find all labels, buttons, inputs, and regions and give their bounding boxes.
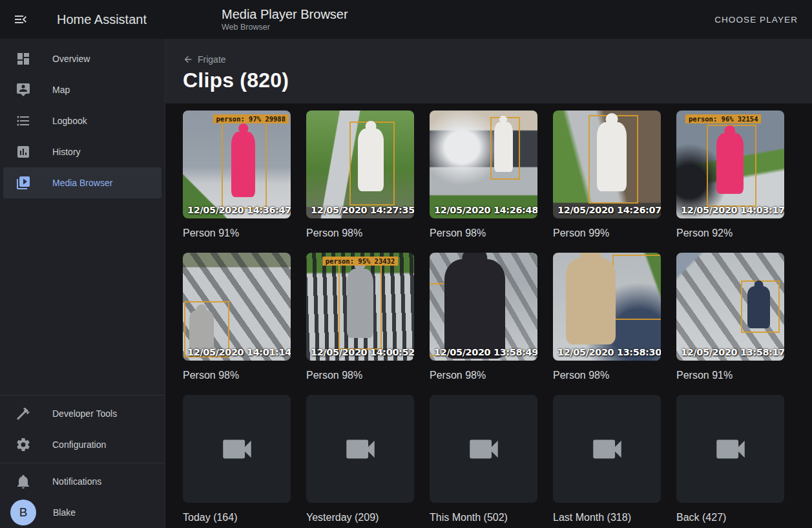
play-box-multiple-icon [16,175,31,191]
folder-item[interactable]: Yesterday (209) [306,395,414,524]
folder-item[interactable]: Last Month (318) [553,395,661,524]
sidebar-item-label: Overview [52,54,90,64]
clip-item[interactable]: 12/05/2020 13:58:49 Person 98% [430,253,537,382]
clip-item[interactable]: person: 96% 32154 12/05/2020 14:03:17 Pe… [676,111,784,240]
folder-thumbnail [306,395,414,503]
sidebar-item-configuration[interactable]: Configuration [3,429,161,460]
top-app-bar: Home Assistant Media Player Browser Web … [0,0,812,39]
clip-thumbnail: 12/05/2020 13:58:49 [430,253,537,361]
clip-label: Person 98% [430,227,537,240]
avatar: B [10,500,36,525]
clip-item[interactable]: 12/05/2020 13:58:30 Person 98% [553,253,661,382]
choose-player-button[interactable]: CHOOSE PLAYER [713,10,799,30]
sidebar-item-overview[interactable]: Overview [3,43,161,74]
sidebar-item-notifications[interactable]: Notifications [3,466,161,497]
clip-label: Person 98% [306,369,414,382]
sidebar: Overview Map Logbook History Media Brows… [0,39,165,528]
clip-label: Person 91% [676,369,784,382]
person-silhouette [347,269,373,338]
panel-subtitle: Web Browser [222,22,348,32]
clip-timestamp-overlay: 12/05/2020 13:58:49 [434,347,537,357]
clip-thumbnail: 12/05/2020 14:01:14 [183,253,291,361]
breadcrumb-label: Frigate [198,54,226,65]
clip-thumbnail: 12/05/2020 14:27:35 [306,111,414,218]
sidebar-item-map[interactable]: Map [3,74,161,105]
detection-label: person: 97% 29988 [213,114,289,123]
detection-label: person: 96% 32154 [685,114,761,123]
breadcrumb-back-button[interactable]: Frigate [183,54,226,65]
panel-header: Media Player Browser Web Browser CHOOSE … [165,6,812,32]
folder-item[interactable]: Back (427) [676,395,784,524]
folder-thumbnail [553,395,661,503]
clip-item[interactable]: 12/05/2020 14:27:35 Person 98% [306,111,414,240]
clip-thumbnail: 12/05/2020 14:26:48 [430,111,537,218]
clip-label: Person 98% [306,227,414,240]
list-bulleted-icon [16,113,31,129]
video-camera-icon [218,430,256,468]
video-camera-icon [465,430,503,468]
sidebar-item-label: Logbook [52,116,87,126]
detection-bbox [612,255,661,319]
view-dashboard-icon [16,51,31,67]
person-silhouette [566,258,616,344]
sidebar-spacer [0,198,165,392]
profile-name: Blake [53,507,76,518]
app-title: Home Assistant [57,12,147,27]
video-camera-icon [712,430,749,468]
clip-label: Person 98% [183,369,291,382]
sidebar-item-logbook[interactable]: Logbook [3,105,161,136]
person-silhouette [747,286,770,328]
menu-open-icon [13,12,28,27]
clip-thumbnail: 12/05/2020 14:26:07 [553,111,661,218]
clip-thumbnail: person: 97% 29988 12/05/2020 14:36:47 [183,111,291,218]
folder-thumbnail [430,395,537,503]
folder-thumbnail [183,395,291,503]
person-silhouette [358,129,384,191]
person-silhouette [494,122,512,172]
panel-title: Media Player Browser [222,6,348,22]
clip-item[interactable]: 12/05/2020 14:26:07 Person 99% [553,111,661,240]
person-silhouette [231,132,255,196]
clip-thumbnail: person: 96% 32154 12/05/2020 14:03:17 [676,111,784,218]
sidebar-item-developer-tools[interactable]: Developer Tools [3,398,161,429]
sidebar-item-media-browser[interactable]: Media Browser [3,167,161,198]
hammer-icon [16,406,31,421]
clip-timestamp-overlay: 12/05/2020 13:58:17 [681,347,784,357]
media-browser-content: person: 97% 29988 12/05/2020 14:36:47 Pe… [165,103,812,528]
folder-item[interactable]: Today (164) [183,395,291,524]
clip-timestamp-overlay: 12/05/2020 14:36:47 [187,205,291,215]
sidebar-item-label: Notifications [52,476,101,487]
folder-item[interactable]: This Month (502) [430,395,537,524]
sidebar-item-profile[interactable]: B Blake [3,497,161,528]
folder-label: Back (427) [676,511,784,524]
clip-timestamp-overlay: 12/05/2020 14:26:48 [434,205,537,215]
sidebar-item-history[interactable]: History [3,136,161,167]
sidebar-item-label: Developer Tools [52,408,117,419]
clip-thumbnail: person: 95% 23432 12/05/2020 14:00:52 [306,253,414,361]
clip-thumbnail: 12/05/2020 13:58:30 [553,253,661,361]
main-panel: Frigate Clips (820) person: 97% 29988 12… [165,39,812,528]
clip-label: Person 98% [553,369,661,382]
folder-label: Today (164) [183,511,291,524]
bell-icon [16,474,31,489]
clip-timestamp-overlay: 12/05/2020 13:58:30 [557,347,661,357]
clip-timestamp-overlay: 12/05/2020 14:00:52 [311,347,414,357]
clip-item[interactable]: 12/05/2020 14:01:14 Person 98% [183,253,291,382]
video-camera-icon [588,430,626,468]
bar-chart-box-icon [16,144,31,160]
clip-item[interactable]: person: 97% 29988 12/05/2020 14:36:47 Pe… [183,111,291,240]
clip-timestamp-overlay: 12/05/2020 14:03:17 [681,205,784,215]
clips-grid: person: 97% 29988 12/05/2020 14:36:47 Pe… [183,111,799,524]
person-silhouette [444,259,505,359]
clip-timestamp-overlay: 12/05/2020 14:01:14 [187,347,291,357]
clip-label: Person 98% [430,369,537,382]
sidebar-item-label: Configuration [52,439,106,450]
video-camera-icon [342,430,379,468]
clip-item[interactable]: 12/05/2020 13:58:17 Person 91% [676,253,784,382]
clip-item[interactable]: 12/05/2020 14:26:48 Person 98% [430,111,537,240]
menu-open-button[interactable] [13,12,28,27]
clip-item[interactable]: person: 95% 23432 12/05/2020 14:00:52 Pe… [306,253,414,382]
clip-thumbnail: 12/05/2020 13:58:17 [676,253,784,361]
sidebar-divider [0,395,165,396]
person-silhouette [716,133,744,194]
